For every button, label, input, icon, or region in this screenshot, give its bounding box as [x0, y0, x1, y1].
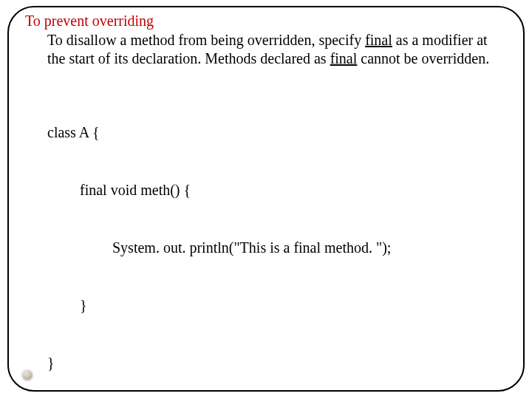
page-indicator-icon	[22, 369, 33, 380]
code-line: final void meth() {	[47, 180, 507, 200]
slide-frame: To prevent overriding To disallow a meth…	[7, 6, 525, 392]
body-text-part: cannot be overridden.	[357, 50, 489, 66]
code-block: class A { final void meth() { System. ou…	[25, 84, 507, 392]
slide-body-text: To disallow a method from being overridd…	[25, 31, 507, 68]
code-line: }	[47, 296, 507, 315]
body-text-part: To disallow a method from being overridd…	[47, 32, 365, 48]
slide-heading: To prevent overriding	[25, 12, 507, 30]
code-line: System. out. println("This is a final me…	[47, 238, 507, 257]
slide-container: To prevent overriding To disallow a meth…	[0, 0, 532, 399]
underline-final-2: final	[330, 50, 358, 66]
underline-final-1: final	[365, 32, 392, 48]
code-line: }	[47, 353, 507, 372]
code-line: class A {	[47, 123, 507, 142]
